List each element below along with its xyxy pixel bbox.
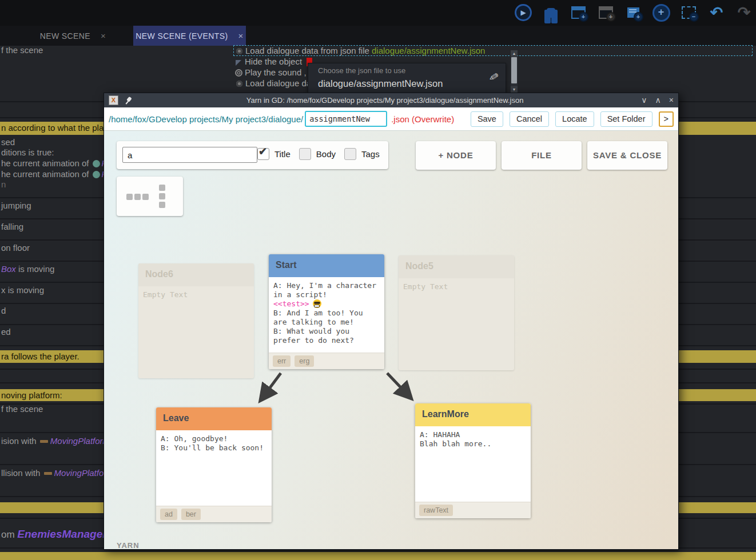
object-name: Box [1, 264, 16, 274]
zoom-dot [126, 194, 133, 200]
filename-input[interactable] [305, 111, 387, 127]
event-text[interactable]: falling [1, 221, 23, 233]
scroll-up-icon[interactable]: ▲ [511, 50, 518, 57]
event-load-dialogue-2[interactable]: Load dialogue dat [236, 78, 313, 89]
play-icon: ▶ [515, 4, 532, 21]
new-scene-button[interactable]: + [568, 3, 588, 22]
event-text[interactable]: d [1, 305, 6, 317]
more-button[interactable]: > [659, 111, 674, 127]
title-checkbox[interactable]: ✔ [257, 148, 269, 160]
tag-chip[interactable]: ad [160, 509, 177, 520]
event-text[interactable]: ditions is true: [1, 147, 54, 158]
action-text: Load dialogue data from json file [245, 46, 372, 55]
close-icon[interactable]: × [669, 93, 674, 107]
event-play-sound[interactable]: Play the sound , v [235, 67, 313, 78]
node-body: Empty Text [399, 278, 514, 370]
file-path-bar: /home/fox/GDevelop projects/My project3/… [104, 107, 678, 131]
file-menu-button[interactable]: FILE [502, 141, 582, 170]
undo-button[interactable]: ↶ [707, 3, 726, 22]
comment-row[interactable] [0, 552, 756, 560]
save-button[interactable]: Save [471, 111, 503, 127]
tag-chip[interactable]: rawText [419, 505, 453, 516]
event-text[interactable]: on floor [1, 242, 30, 254]
dialog-titlebar[interactable]: X Yarn in GD: /home/fox/GDevelop project… [104, 93, 678, 107]
dropdown-hint: Choose the json file to use [318, 66, 405, 75]
close-tab-icon[interactable]: × [238, 31, 244, 41]
zoom-dot [159, 193, 165, 199]
event-text[interactable]: sed [1, 137, 15, 148]
scrollbar-thumb[interactable] [511, 57, 517, 83]
object-name: MovingPlatform [50, 436, 110, 446]
minimize-icon[interactable]: ∨ [641, 93, 647, 107]
pin-icon[interactable] [122, 95, 134, 106]
resource-link[interactable]: dialogue/assignmentNew.json [372, 46, 485, 55]
plus-circle-icon: + [652, 4, 670, 22]
node-start[interactable]: Start A: Hey, I'm a character in a scrip… [269, 254, 384, 369]
search-card: ✔ Title Body Tags [117, 141, 388, 169]
new-external-events-button[interactable]: + [623, 3, 643, 22]
play-button[interactable]: ▶ [514, 3, 533, 22]
platform-object-icon [40, 440, 48, 443]
node-node6[interactable]: Node6 Empty Text [138, 263, 254, 378]
condition-text: om [1, 529, 17, 540]
maximize-icon[interactable]: ∧ [655, 93, 661, 107]
path-suffix: .json (Overwrite) [391, 114, 454, 124]
tag-chip[interactable]: err [273, 355, 291, 367]
json-file-dropdown[interactable]: Choose the json file to use dialogue/ass… [308, 63, 506, 94]
node-footer: err erg [269, 353, 384, 369]
node-title: Start [269, 254, 384, 277]
debug-button[interactable] [541, 3, 560, 22]
event-text[interactable]: he current animation of Pl [1, 158, 109, 169]
tag-chip[interactable]: ber [181, 509, 201, 520]
event-text[interactable]: ed [1, 326, 11, 338]
redo-button[interactable]: ↷ [734, 3, 754, 22]
node-title: LearnMore [415, 403, 531, 426]
event-text[interactable]: he current animation of Pl [1, 169, 109, 180]
new-object-button[interactable]: + [651, 3, 671, 22]
event-text[interactable]: ision with MovingPlatform [1, 435, 110, 447]
event-text[interactable]: f the scene [1, 403, 43, 415]
tab-new-scene[interactable]: NEW SCENE × [14, 26, 132, 46]
event-text[interactable]: jumping [1, 200, 31, 211]
node-graph-canvas[interactable]: ✔ Title Body Tags + NODE FILE SAVE & CLO… [104, 131, 678, 549]
edit-icon[interactable]: ✎ [488, 70, 500, 85]
event-text[interactable]: x is moving [1, 285, 44, 296]
event-text[interactable]: n [1, 179, 6, 190]
event-load-dialogue[interactable]: Load dialogue data from json file dialog… [236, 45, 485, 57]
redo-icon: ↷ [738, 3, 751, 22]
node-learnmore[interactable]: LearnMore A: HAHAHA Blah blah more.. raw… [415, 403, 531, 518]
event-hide-object[interactable]: Hide the object [235, 56, 312, 67]
sound-icon [235, 69, 242, 77]
close-tab-icon[interactable]: × [101, 31, 106, 41]
new-external-layout-button[interactable]: + [596, 3, 615, 22]
add-node-button[interactable]: + NODE [416, 141, 496, 170]
event-text[interactable]: Box is moving [1, 263, 54, 275]
cancel-button[interactable]: Cancel [510, 111, 549, 127]
tag-chip[interactable]: erg [295, 355, 314, 367]
set-folder-button[interactable]: Set Folder [600, 111, 652, 127]
body-checkbox[interactable] [299, 148, 311, 160]
node-node5[interactable]: Node5 Empty Text [399, 255, 514, 370]
save-and-close-button[interactable]: SAVE & CLOSE [587, 141, 667, 170]
zoom-dot [159, 202, 165, 208]
tags-checkbox[interactable] [344, 148, 356, 160]
nerd-face-emoji [313, 299, 321, 308]
locate-button[interactable]: Locate [555, 111, 594, 127]
tab-new-scene-events[interactable]: NEW SCENE (EVENTS) × [133, 26, 246, 46]
node-leave[interactable]: Leave A: Oh, goodbye! B: You'll be back … [156, 407, 272, 522]
scroll-down-icon[interactable]: ▼ [511, 86, 518, 93]
player-object-icon [93, 160, 100, 167]
player-object-icon [93, 171, 100, 178]
events-scrollbar[interactable]: ▲ ▼ [511, 50, 518, 93]
zoom-widget[interactable] [117, 177, 183, 216]
flag-icon [236, 60, 241, 66]
event-text[interactable]: llision with MovingPlatform [1, 467, 114, 479]
deselect-button[interactable]: − [679, 3, 698, 22]
yarn-dialog: X Yarn in GD: /home/fox/GDevelop project… [104, 93, 679, 550]
tab-label: NEW SCENE (EVENTS) [136, 31, 228, 41]
search-input[interactable] [122, 147, 257, 163]
event-text[interactable]: f the scene [1, 45, 43, 56]
event-text[interactable]: om EnemiesManager [1, 527, 107, 542]
gear-icon [236, 48, 242, 54]
dropdown-value[interactable]: dialogue/assignmentNew.json [318, 78, 443, 89]
